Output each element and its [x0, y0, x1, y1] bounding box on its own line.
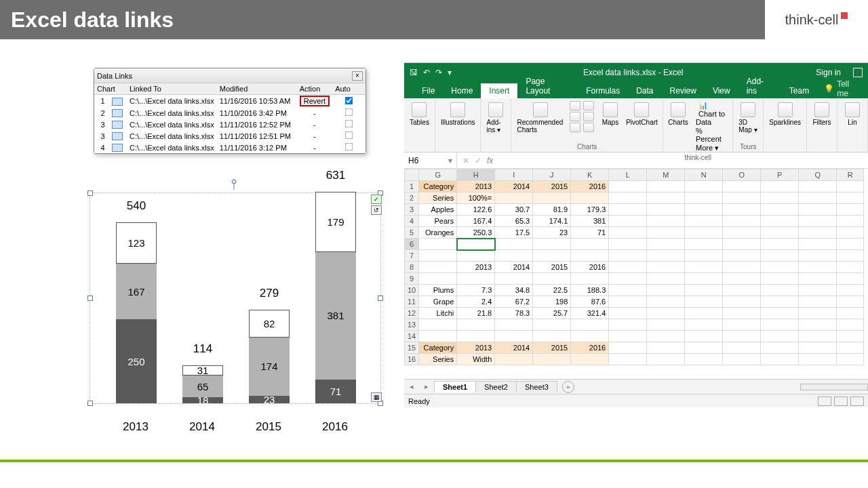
tab-insert[interactable]: Insert — [481, 83, 517, 98]
cell[interactable] — [609, 331, 647, 342]
cell[interactable] — [723, 319, 761, 331]
cell[interactable] — [761, 262, 799, 273]
auto-checkbox[interactable] — [345, 96, 353, 104]
cell[interactable] — [723, 250, 761, 262]
fx-label[interactable]: fx — [487, 156, 497, 165]
cell[interactable] — [799, 285, 837, 296]
chart-type-icon[interactable] — [570, 123, 580, 132]
tc-more[interactable]: More ▾ — [693, 144, 728, 152]
cell[interactable]: 188.3 — [571, 285, 609, 296]
col-linked[interactable]: Linked To — [127, 83, 217, 95]
cell[interactable] — [495, 319, 533, 331]
recommended-charts-button[interactable]: Recommended Charts — [515, 101, 565, 135]
signin-link[interactable]: Sign in — [809, 68, 848, 77]
chevron-down-icon[interactable]: ▾ — [448, 156, 452, 165]
cell[interactable] — [723, 354, 761, 365]
cell[interactable]: 2014 — [495, 181, 533, 192]
cell[interactable]: Category — [419, 342, 457, 354]
cell[interactable]: Litchi — [419, 308, 457, 319]
cell[interactable] — [533, 239, 571, 250]
cell[interactable]: 22.5 — [533, 285, 571, 296]
cell[interactable] — [837, 227, 864, 239]
addins-button[interactable]: Add-ins ▾ — [485, 101, 507, 135]
cell[interactable]: 179.3 — [571, 204, 609, 216]
tab-view[interactable]: View — [705, 83, 738, 98]
cell[interactable] — [647, 319, 685, 331]
cell[interactable]: Apples — [419, 204, 457, 216]
save-icon[interactable]: 🖫 — [410, 68, 418, 77]
cell[interactable] — [457, 331, 495, 342]
cell[interactable] — [799, 181, 837, 192]
cell[interactable]: 87.6 — [571, 296, 609, 308]
cell[interactable] — [647, 262, 685, 273]
segment-oranges[interactable]: 18 — [182, 397, 223, 403]
sheet-tab[interactable]: Sheet2 — [475, 381, 517, 392]
cell[interactable] — [647, 354, 685, 365]
cancel-icon[interactable]: ✕ — [462, 156, 469, 165]
dialog-titlebar[interactable]: Data Links × — [94, 68, 366, 83]
cell[interactable]: 2015 — [533, 262, 571, 273]
row-header[interactable]: 15 — [405, 342, 419, 354]
table-row[interactable]: 3 C:\...\Excel data links.xlsx 11/11/201… — [94, 130, 366, 142]
cell[interactable] — [723, 192, 761, 204]
cell[interactable] — [457, 273, 495, 285]
excel-titlebar[interactable]: 🖫 ↶ ↷ ▾ Excel data links.xlsx - Excel Si… — [404, 63, 868, 82]
table-row[interactable]: 2 C:\...\Excel data links.xlsx 11/10/201… — [94, 107, 366, 119]
cell[interactable] — [723, 308, 761, 319]
chart-type-icon[interactable] — [583, 101, 594, 110]
bar-2016[interactable]: 17938171631 — [315, 192, 356, 403]
cell[interactable] — [647, 204, 685, 216]
maps-button[interactable]: Maps — [599, 101, 621, 127]
cell[interactable]: Grape — [419, 296, 457, 308]
cell[interactable]: 25.7 — [533, 308, 571, 319]
update-icon[interactable]: ✓ — [371, 195, 382, 204]
segment-apples[interactable]: 31 — [182, 365, 223, 375]
cell[interactable] — [609, 181, 647, 192]
segment-pears[interactable]: 381 — [315, 252, 356, 380]
cell[interactable] — [761, 192, 799, 204]
cell[interactable]: 2014 — [495, 262, 533, 273]
cell[interactable] — [837, 308, 864, 319]
resize-handle[interactable] — [87, 190, 93, 196]
cell[interactable] — [723, 273, 761, 285]
cell[interactable] — [419, 262, 457, 273]
segment-apples[interactable]: 179 — [315, 192, 356, 252]
row-header[interactable]: 10 — [405, 285, 419, 296]
col-header[interactable]: Q — [799, 169, 837, 181]
cell[interactable]: 250.3 — [457, 227, 495, 239]
cell[interactable] — [609, 216, 647, 227]
filters-button[interactable]: Filters — [811, 101, 833, 127]
select-all[interactable] — [405, 169, 419, 181]
cell[interactable] — [799, 250, 837, 262]
cell[interactable]: 122.6 — [457, 204, 495, 216]
cell[interactable] — [685, 285, 723, 296]
datalink-icon[interactable]: ▦ — [371, 392, 382, 402]
row-header[interactable]: 3 — [405, 204, 419, 216]
bar-2014[interactable]: 316518114 — [182, 365, 223, 403]
cell[interactable]: 381 — [571, 216, 609, 227]
table-row[interactable]: 4 C:\...\Excel data links.xlsx 11/11/201… — [94, 142, 366, 153]
resize-handle[interactable] — [87, 296, 93, 301]
chart-plot-area[interactable]: ✓ ↺ ▦ 1231672505403165181148217423279179… — [90, 192, 381, 404]
cell[interactable] — [837, 331, 864, 342]
cell[interactable]: Pears — [419, 216, 457, 227]
col-header[interactable]: L — [609, 169, 647, 181]
cell[interactable] — [761, 239, 799, 250]
col-header[interactable]: I — [495, 169, 533, 181]
cell[interactable]: Width — [457, 354, 495, 365]
cell[interactable] — [837, 216, 864, 227]
cell[interactable] — [723, 239, 761, 250]
name-box[interactable]: H6▾ — [404, 152, 457, 168]
cell[interactable] — [457, 319, 495, 331]
resize-handle[interactable] — [378, 296, 383, 301]
cell[interactable] — [837, 250, 864, 262]
cell[interactable] — [685, 342, 723, 354]
row-header[interactable]: 7 — [405, 250, 419, 262]
chart-type-icon[interactable] — [583, 123, 594, 132]
row-header[interactable]: 1 — [405, 181, 419, 192]
cell[interactable] — [533, 192, 571, 204]
hscroll[interactable] — [800, 384, 868, 390]
undo-icon[interactable]: ↶ — [423, 68, 430, 77]
cell[interactable] — [419, 331, 457, 342]
cell[interactable] — [685, 296, 723, 308]
